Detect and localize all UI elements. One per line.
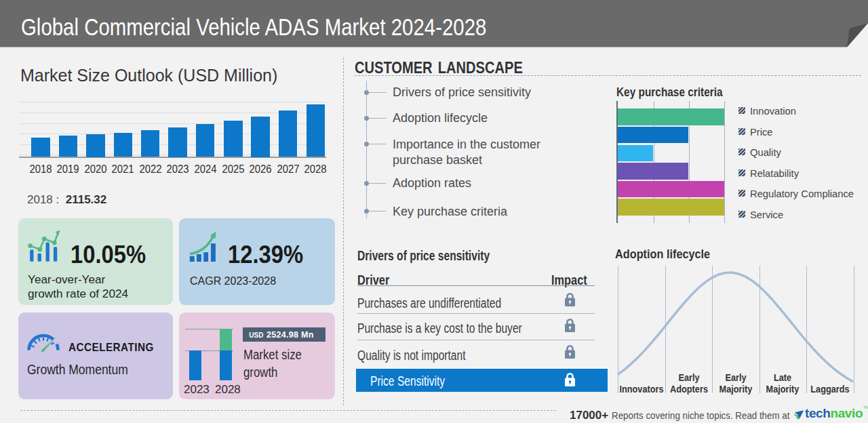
svg-text:TM: TM: [863, 405, 868, 409]
svg-text:technavio: technavio: [805, 406, 863, 420]
